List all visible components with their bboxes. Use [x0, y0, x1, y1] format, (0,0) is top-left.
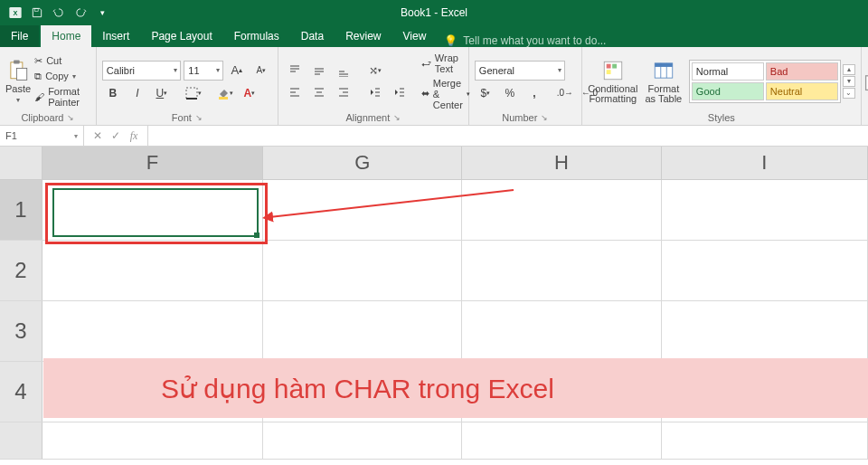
percent-format-button[interactable]: %: [499, 84, 521, 102]
column-header-f[interactable]: F: [42, 147, 263, 179]
format-painter-button[interactable]: 🖌Format Painter: [34, 86, 90, 108]
align-center-button[interactable]: [308, 83, 330, 101]
increase-indent-button[interactable]: [389, 83, 410, 101]
cell-f5[interactable]: [42, 422, 263, 459]
comma-format-button[interactable]: ,: [524, 84, 545, 102]
tab-review[interactable]: Review: [335, 25, 392, 47]
chevron-down-icon: ▾: [174, 66, 177, 74]
align-middle-button[interactable]: [308, 62, 330, 80]
cell-h3[interactable]: [462, 301, 661, 361]
cell-h2[interactable]: [462, 241, 661, 300]
styles-gallery-scroll[interactable]: ▴▾⌄: [843, 64, 855, 99]
wrap-text-button[interactable]: ⮐Wrap Text: [421, 52, 470, 74]
dialog-launcher-icon[interactable]: ↘: [541, 113, 548, 122]
tell-me-search[interactable]: 💡 Tell me what you want to do...: [444, 34, 606, 47]
style-normal[interactable]: Normal: [692, 62, 764, 81]
cell-g1[interactable]: [263, 180, 462, 240]
conditional-formatting-button[interactable]: Conditional Formatting: [588, 50, 638, 112]
tab-home[interactable]: Home: [41, 25, 91, 47]
cell-g2[interactable]: [263, 241, 462, 300]
font-color-button[interactable]: A▾: [239, 84, 260, 102]
cell-f3[interactable]: [42, 301, 263, 361]
svg-rect-35: [612, 63, 617, 68]
number-format-select[interactable]: General▾: [475, 61, 565, 81]
cell-g3[interactable]: [263, 301, 462, 361]
cell-i2[interactable]: [662, 241, 868, 300]
cell-i1[interactable]: [662, 180, 868, 240]
align-left-button[interactable]: [284, 83, 306, 101]
tab-data[interactable]: Data: [290, 25, 335, 47]
dialog-launcher-icon[interactable]: ↘: [393, 113, 401, 122]
chevron-down-icon: ▾: [16, 96, 20, 104]
style-neutral[interactable]: Neutral: [766, 82, 838, 100]
cell-h1[interactable]: [462, 180, 661, 240]
merge-center-button[interactable]: ⬌Merge & Center▾: [421, 78, 470, 110]
format-as-table-button[interactable]: Format as Table: [642, 50, 685, 112]
tab-formulas[interactable]: Formulas: [223, 25, 290, 47]
qat-customize-icon[interactable]: ▾: [92, 3, 112, 23]
accounting-format-button[interactable]: $▾: [475, 84, 496, 102]
chevron-down-icon: ▾: [558, 66, 561, 74]
cut-button[interactable]: ✂Cut: [34, 55, 90, 67]
svg-rect-8: [219, 97, 228, 100]
scissors-icon: ✂: [34, 55, 42, 67]
undo-icon[interactable]: [49, 3, 69, 23]
decrease-font-button[interactable]: A▾: [250, 62, 272, 80]
orientation-button[interactable]: ⤭▾: [364, 62, 386, 80]
wrap-icon: ⮐: [421, 58, 431, 69]
column-header-i[interactable]: I: [662, 147, 868, 179]
svg-rect-38: [655, 62, 673, 66]
decrease-indent-button[interactable]: [364, 83, 386, 101]
dialog-launcher-icon[interactable]: ↘: [195, 113, 203, 122]
cell-g5[interactable]: [263, 422, 462, 459]
paste-button[interactable]: Paste ▾: [5, 50, 31, 112]
selection-indicator: [52, 188, 259, 237]
enter-formula-button[interactable]: ✓: [108, 129, 124, 142]
underline-button[interactable]: U▾: [151, 84, 173, 102]
column-header-g[interactable]: G: [263, 147, 462, 179]
redo-icon[interactable]: [71, 3, 90, 23]
svg-rect-5: [16, 68, 26, 80]
svg-text:X: X: [14, 9, 18, 17]
row-header-3[interactable]: 3: [0, 301, 42, 361]
svg-rect-34: [607, 63, 611, 68]
tab-view[interactable]: View: [392, 25, 438, 47]
save-icon[interactable]: [27, 3, 47, 23]
name-box[interactable]: F1▾: [0, 126, 84, 146]
row-header-5[interactable]: [0, 422, 42, 459]
cell-f2[interactable]: [42, 241, 263, 300]
row-header-4[interactable]: 4: [0, 362, 42, 422]
align-right-button[interactable]: [333, 83, 354, 101]
fill-color-button[interactable]: ▾: [214, 84, 236, 102]
cell-i3[interactable]: [662, 301, 868, 361]
style-good[interactable]: Good: [692, 82, 764, 100]
insert-function-button[interactable]: fx: [126, 129, 142, 143]
tab-file[interactable]: File: [0, 25, 39, 47]
cancel-formula-button[interactable]: ✕: [90, 129, 106, 142]
border-button[interactable]: ▾: [183, 84, 204, 102]
svg-rect-4: [14, 60, 20, 63]
italic-button[interactable]: I: [127, 84, 148, 102]
column-header-h[interactable]: H: [462, 147, 661, 179]
style-bad[interactable]: Bad: [766, 62, 838, 81]
row-header-1[interactable]: 1: [0, 180, 42, 240]
row-header-2[interactable]: 2: [0, 241, 42, 300]
formula-input[interactable]: [148, 126, 868, 146]
select-all-corner[interactable]: [0, 147, 42, 179]
tab-insert[interactable]: Insert: [91, 25, 140, 47]
font-name-select[interactable]: Calibri▾: [102, 61, 182, 81]
tab-page-layout[interactable]: Page Layout: [140, 25, 222, 47]
font-size-select[interactable]: 11▾: [184, 61, 222, 81]
align-bottom-button[interactable]: [333, 62, 354, 80]
cell-i5[interactable]: [662, 422, 868, 459]
align-top-button[interactable]: [284, 62, 306, 80]
increase-decimal-button[interactable]: .0→: [554, 84, 576, 102]
cell-styles-gallery[interactable]: Normal Bad Good Neutral: [689, 60, 841, 103]
copy-button[interactable]: ⧉Copy▾: [34, 71, 90, 82]
dialog-launcher-icon[interactable]: ↘: [67, 113, 74, 122]
cell-h5[interactable]: [462, 422, 661, 459]
chevron-down-icon: ▾: [74, 132, 78, 140]
increase-font-button[interactable]: A▴: [226, 62, 248, 80]
svg-rect-36: [607, 70, 611, 74]
bold-button[interactable]: B: [102, 84, 124, 102]
